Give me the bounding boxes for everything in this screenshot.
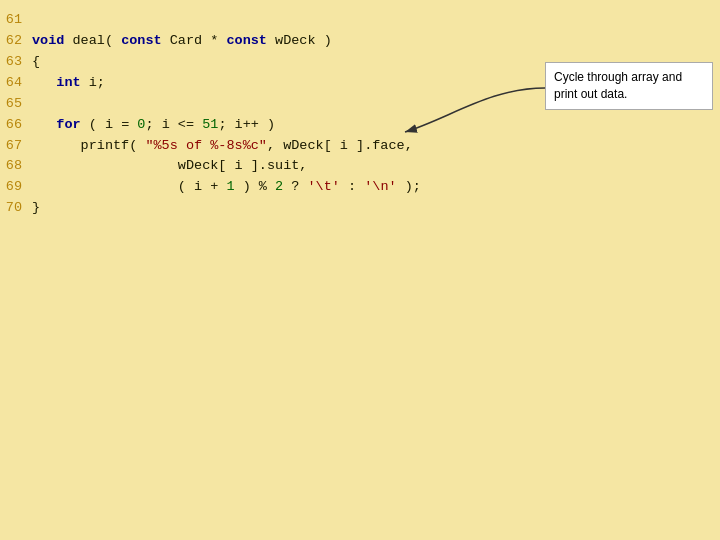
- code-token: 0: [137, 115, 145, 136]
- code-token: int: [56, 73, 80, 94]
- code-line: 62void deal( const Card * const wDeck ): [0, 31, 540, 52]
- code-token: ?: [283, 177, 307, 198]
- code-token: [32, 73, 56, 94]
- code-token: wDeck ): [267, 31, 332, 52]
- code-token: 1: [226, 177, 234, 198]
- line-number: 66: [0, 115, 32, 136]
- code-token: ( i +: [32, 177, 226, 198]
- code-line: 63{: [0, 52, 540, 73]
- code-line: 70}: [0, 198, 540, 219]
- line-number: 67: [0, 136, 32, 157]
- code-token: deal(: [64, 31, 121, 52]
- tooltip-box: Cycle through array and print out data.: [545, 62, 713, 110]
- code-token: wDeck[ i ].suit,: [32, 156, 307, 177]
- code-line: 61: [0, 10, 540, 31]
- code-token: {: [32, 52, 40, 73]
- code-line: 69 ( i + 1 ) % 2 ? '\t' : '\n' );: [0, 177, 540, 198]
- line-number: 68: [0, 156, 32, 177]
- code-token: ) %: [235, 177, 276, 198]
- code-token: 51: [202, 115, 218, 136]
- code-block: 6162void deal( const Card * const wDeck …: [0, 0, 540, 229]
- code-token: ( i =: [81, 115, 138, 136]
- code-token: Card *: [162, 31, 227, 52]
- code-token: "%5s of %-8s%c": [145, 136, 267, 157]
- line-number: 64: [0, 73, 32, 94]
- code-token: i;: [81, 73, 105, 94]
- code-token: printf(: [32, 136, 145, 157]
- line-number: 69: [0, 177, 32, 198]
- code-line: 68 wDeck[ i ].suit,: [0, 156, 540, 177]
- code-line: 64 int i;: [0, 73, 540, 94]
- code-token: ; i <=: [145, 115, 202, 136]
- line-number: 63: [0, 52, 32, 73]
- code-token: );: [397, 177, 421, 198]
- code-token: [32, 115, 56, 136]
- code-token: const: [226, 31, 267, 52]
- code-token: , wDeck[ i ].face,: [267, 136, 413, 157]
- line-number: 65: [0, 94, 32, 115]
- code-token: :: [340, 177, 364, 198]
- code-token: '\n': [364, 177, 396, 198]
- code-token: }: [32, 198, 40, 219]
- code-line: 65: [0, 94, 540, 115]
- code-token: for: [56, 115, 80, 136]
- code-token: const: [121, 31, 162, 52]
- code-line: 66 for ( i = 0; i <= 51; i++ ): [0, 115, 540, 136]
- code-token: void: [32, 31, 64, 52]
- code-line: 67 printf( "%5s of %-8s%c", wDeck[ i ].f…: [0, 136, 540, 157]
- code-token: 2: [275, 177, 283, 198]
- line-number: 61: [0, 10, 32, 31]
- line-number: 70: [0, 198, 32, 219]
- code-token: ; i++ ): [218, 115, 275, 136]
- code-token: '\t': [307, 177, 339, 198]
- tooltip-text: Cycle through array and print out data.: [554, 70, 682, 101]
- line-number: 62: [0, 31, 32, 52]
